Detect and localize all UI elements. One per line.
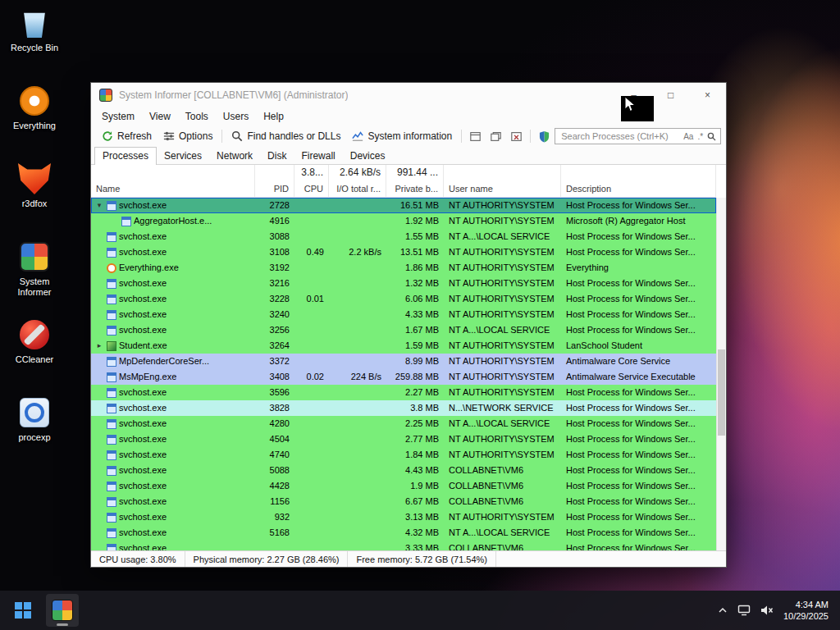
tab-devices[interactable]: Devices xyxy=(343,148,393,164)
process-cpu xyxy=(294,541,329,550)
column-header-pid[interactable]: PID xyxy=(255,180,294,198)
column-header-name[interactable]: Name xyxy=(91,180,255,198)
process-row-svchost-exe[interactable]: svchost.exe11566.67 MBCOLLABNET\VM6Host … xyxy=(91,494,716,509)
process-pid: 4916 xyxy=(255,213,294,229)
column-header-i-o-total-r[interactable]: I/O total r... xyxy=(329,180,386,198)
expand-down-icon[interactable]: ▾ xyxy=(94,198,104,213)
start-button[interactable] xyxy=(7,594,39,627)
tab-disk[interactable]: Disk xyxy=(260,148,294,164)
refresh-icon xyxy=(102,130,113,142)
network-icon[interactable] xyxy=(737,605,751,616)
io-total[interactable]: 2.64 kB/s xyxy=(329,165,386,180)
window-process-icon xyxy=(107,326,116,336)
scrollbar-thumb[interactable] xyxy=(718,349,725,436)
process-row-student-exe[interactable]: ▸Student.exe32641.59 MBNT AUTHORITY\SYST… xyxy=(91,338,716,354)
process-pid: 3088 xyxy=(255,229,294,244)
process-row-aggregatorhost-e[interactable]: AggregatorHost.e...49161.92 MBNT AUTHORI… xyxy=(91,213,716,229)
process-io-total xyxy=(329,525,386,541)
tray-chevron-up-icon[interactable] xyxy=(718,605,728,615)
menu-system[interactable]: System xyxy=(94,109,142,124)
taskbar-item-system-informer[interactable] xyxy=(46,594,79,627)
regex-toggle[interactable]: .* xyxy=(697,132,703,141)
process-row-svchost-exe[interactable]: svchost.exe35962.27 MBNT AUTHORITY\SYSTE… xyxy=(91,385,716,400)
desktop-icon-system-informer[interactable]: System Informer xyxy=(3,240,66,314)
private-bytes-total[interactable]: 991.44 ... xyxy=(386,165,444,180)
close-button[interactable]: × xyxy=(689,83,726,107)
defender-shield-button[interactable] xyxy=(534,127,555,145)
process-row-mpdefendercoreser[interactable]: MpDefenderCoreSer...33728.99 MBNT AUTHOR… xyxy=(91,354,716,369)
open-window-button[interactable] xyxy=(465,127,486,145)
close-window-button[interactable] xyxy=(506,127,527,145)
maximize-button[interactable]: □ xyxy=(652,83,689,107)
windows-logo-icon xyxy=(15,602,31,619)
menu-help[interactable]: Help xyxy=(256,109,291,124)
desktop-icon-recycle-bin[interactable]: Recycle Bin xyxy=(3,7,66,80)
tab-firewall[interactable]: Firewall xyxy=(294,148,342,164)
process-list: ▾svchost.exe272816.51 MBNT AUTHORITY\SYS… xyxy=(91,198,726,550)
physical-memory-status: Physical memory: 2.27 GB (28.46%) xyxy=(185,551,349,567)
process-row-svchost-exe[interactable]: svchost.exe30881.55 MBNT A...\LOCAL SERV… xyxy=(91,229,716,244)
menu-users[interactable]: Users xyxy=(216,109,256,124)
process-description: Host Process for Windows Ser... xyxy=(561,307,716,322)
process-cpu xyxy=(294,431,329,447)
process-row-svchost-exe[interactable]: svchost.exe44281.9 MBCOLLABNET\VM6Host P… xyxy=(91,478,716,494)
desktop-icon-r3dfox[interactable]: r3dfox xyxy=(3,162,66,236)
taskbar-clock[interactable]: 4:34 AM 10/29/2025 xyxy=(783,599,829,622)
tab-network[interactable]: Network xyxy=(209,148,260,164)
totals-row: 3.8...2.64 kB/s991.44 ... xyxy=(91,165,726,180)
menu-tools[interactable]: Tools xyxy=(178,109,216,124)
mouse-cursor xyxy=(624,96,637,113)
desktop-icon-ccleaner[interactable]: CCleaner xyxy=(3,318,66,392)
refresh-button[interactable]: Refresh xyxy=(96,128,158,144)
process-row-svchost-exe[interactable]: svchost.exe51684.32 MBNT A...\LOCAL SERV… xyxy=(91,525,716,541)
new-window-button[interactable] xyxy=(486,127,506,145)
process-row-svchost-exe[interactable]: ▾svchost.exe272816.51 MBNT AUTHORITY\SYS… xyxy=(91,198,716,213)
menu-view[interactable]: View xyxy=(142,109,178,124)
cpu-total[interactable]: 3.8... xyxy=(294,165,329,180)
process-io-total xyxy=(329,494,386,509)
process-name-cell: AggregatorHost.e... xyxy=(91,213,255,229)
process-row-svchost-exe[interactable]: svchost.exe32161.32 MBNT AUTHORITY\SYSTE… xyxy=(91,276,716,291)
expand-right-icon[interactable]: ▸ xyxy=(94,338,104,354)
window-process-icon xyxy=(107,528,116,538)
find-handles-button[interactable]: Find handles or DLLs xyxy=(226,128,346,144)
volume-mute-icon[interactable] xyxy=(760,605,774,616)
process-row-svchost-exe[interactable]: svchost.exe32404.33 MBNT AUTHORITY\SYSTE… xyxy=(91,307,716,322)
process-row-msmpeng-exe[interactable]: MsMpEng.exe34080.02224 B/s259.88 MBNT AU… xyxy=(91,369,716,385)
column-header-user-name[interactable]: User name xyxy=(444,180,561,198)
window-process-icon xyxy=(107,248,116,258)
system-information-button[interactable]: System information xyxy=(346,128,458,144)
process-cpu xyxy=(294,307,329,322)
process-row-svchost-exe[interactable]: svchost.exe31080.492.2 kB/s13.51 MBNT AU… xyxy=(91,244,716,260)
process-user-name: NT AUTHORITY\SYSTEM xyxy=(444,354,561,369)
process-user-name: NT AUTHORITY\SYSTEM xyxy=(444,260,561,276)
column-header-row: NamePIDCPUI/O total r...Private b...User… xyxy=(91,180,726,198)
desktop-icon-everything[interactable]: Everything xyxy=(3,84,66,158)
process-name: AggregatorHost.e... xyxy=(134,213,212,229)
process-row-svchost-exe[interactable]: svchost.exe47401.84 MBNT AUTHORITY\SYSTE… xyxy=(91,447,716,463)
clock-date: 10/29/2025 xyxy=(783,610,829,622)
match-case-toggle[interactable]: Aa xyxy=(683,132,693,141)
process-row-svchost-exe[interactable]: svchost.exe32280.016.06 MBNT AUTHORITY\S… xyxy=(91,291,716,307)
search-input[interactable] xyxy=(559,130,679,142)
process-row-svchost-exe[interactable]: svchost.exe50884.43 MBCOLLABNET\VM6Host … xyxy=(91,463,716,478)
process-row-svchost-exe[interactable]: svchost.exe3.33 MBCOLLABNET\VM6Host Proc… xyxy=(91,541,716,550)
process-row-everything-exe[interactable]: Everything.exe31921.86 MBNT AUTHORITY\SY… xyxy=(91,260,716,276)
desktop-icon-procexp[interactable]: procexp xyxy=(3,396,66,470)
vertical-scrollbar[interactable] xyxy=(716,198,726,550)
options-button[interactable]: Options xyxy=(158,128,218,144)
process-row-svchost-exe[interactable]: svchost.exe32561.67 MBNT A...\LOCAL SERV… xyxy=(91,322,716,338)
process-row-svchost-exe[interactable]: svchost.exe45042.77 MBNT AUTHORITY\SYSTE… xyxy=(91,431,716,447)
process-row-svchost-exe[interactable]: svchost.exe38283.8 MBN...\NETWORK SERVIC… xyxy=(91,400,716,416)
column-header-cpu[interactable]: CPU xyxy=(294,180,329,198)
process-name: svchost.exe xyxy=(119,447,167,463)
tab-services[interactable]: Services xyxy=(157,148,209,164)
column-header-private-b[interactable]: Private b... xyxy=(386,180,444,198)
process-user-name: N...\NETWORK SERVICE xyxy=(444,400,561,416)
process-name-cell: svchost.exe xyxy=(91,385,255,400)
tab-processes[interactable]: Processes xyxy=(94,147,157,165)
process-row-svchost-exe[interactable]: svchost.exe9323.13 MBNT AUTHORITY\SYSTEM… xyxy=(91,509,716,525)
column-header-description[interactable]: Description xyxy=(561,180,716,198)
process-row-svchost-exe[interactable]: svchost.exe42802.25 MBNT A...\LOCAL SERV… xyxy=(91,416,716,431)
process-cpu xyxy=(294,229,329,244)
